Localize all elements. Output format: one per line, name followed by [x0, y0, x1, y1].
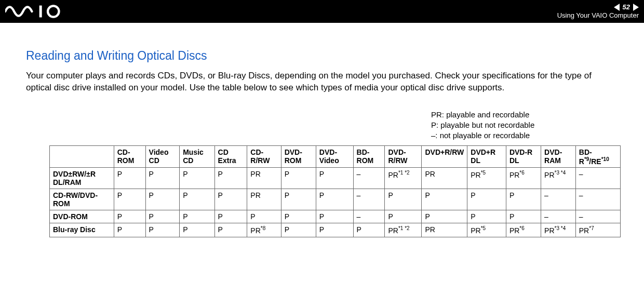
cell: – — [353, 210, 385, 223]
cell: P — [180, 189, 214, 210]
cell: P — [114, 189, 145, 210]
cell: P — [180, 210, 214, 223]
cell: P — [467, 210, 506, 223]
legend-line: PR: playable and recordable — [431, 110, 623, 120]
row-label: DVD±RW/±R DL/RAM — [50, 168, 114, 189]
page-nav: 52 — [614, 3, 639, 11]
cell: PR — [422, 168, 467, 189]
cell: PR — [247, 189, 281, 210]
col-header: BD-R*9/RE*10 — [575, 145, 620, 168]
cell: PR*6 — [506, 168, 541, 189]
cell: – — [541, 189, 576, 210]
col-header: DVD-R DL — [506, 145, 541, 168]
cell: P — [114, 223, 145, 237]
table-row: CD-RW/DVD-ROM P P P P PR P P – P P P P –… — [50, 189, 621, 210]
legend: PR: playable and recordable P: playable … — [431, 110, 623, 141]
intro-paragraph: Your computer plays and records CDs, DVD… — [26, 70, 618, 94]
cell: PR*1 *2 — [385, 168, 422, 189]
table-row: DVD-ROM P P P P P P P – P P P P – – — [50, 210, 621, 223]
row-label: CD-RW/DVD-ROM — [50, 189, 114, 210]
content: Reading and Writing Optical Discs Your c… — [0, 23, 644, 237]
cell: P — [467, 189, 506, 210]
cell: P — [180, 223, 214, 237]
cell: P — [214, 210, 247, 223]
page-title: Reading and Writing Optical Discs — [26, 49, 623, 63]
row-label: Blu-ray Disc — [50, 223, 114, 237]
col-header: DVD+R DL — [467, 145, 506, 168]
col-header: DVD+R/RW — [422, 145, 467, 168]
cell: PR*5 — [467, 168, 506, 189]
cell: PR*7 — [575, 223, 620, 237]
cell: – — [575, 189, 620, 210]
cell: P — [506, 189, 541, 210]
col-header: BD-ROM — [353, 145, 385, 168]
col-header: DVD-ROM — [281, 145, 316, 168]
cell: P — [214, 168, 247, 189]
cell: P — [281, 189, 316, 210]
cell: PR*3 *4 — [541, 168, 576, 189]
cell: P — [214, 189, 247, 210]
table-row: DVD±RW/±R DL/RAM P P P P PR P P – PR*1 *… — [50, 168, 621, 189]
cell: P — [316, 223, 353, 237]
cell: P — [281, 168, 316, 189]
cell: – — [575, 168, 620, 189]
cell: P — [353, 223, 385, 237]
cell: P — [422, 210, 467, 223]
legend-line: –: not playable or recordable — [431, 130, 623, 141]
empty-header — [50, 145, 114, 168]
table-row: Blu-ray Disc P P P P PR*8 P P P PR*1 *2 … — [50, 223, 621, 237]
col-header: DVD-R/RW — [385, 145, 422, 168]
col-header: DVD-Video — [316, 145, 353, 168]
col-header: DVD-RAM — [541, 145, 576, 168]
cell: P — [114, 168, 145, 189]
cell: – — [353, 189, 385, 210]
cell: PR*1 *2 — [385, 223, 422, 237]
cell: P — [145, 189, 180, 210]
col-header: Video CD — [145, 145, 180, 168]
section-label: Using Your VAIO Computer — [557, 11, 639, 20]
svg-point-1 — [48, 6, 59, 17]
cell: P — [316, 168, 353, 189]
cell: PR*3 *4 — [541, 223, 576, 237]
col-header: CD-R/RW — [247, 145, 281, 168]
cell: P — [422, 189, 467, 210]
cell: PR*6 — [506, 223, 541, 237]
cell: – — [575, 210, 620, 223]
cell: PR*8 — [247, 223, 281, 237]
cell: P — [247, 210, 281, 223]
col-header: CD Extra — [214, 145, 247, 168]
cell: P — [506, 210, 541, 223]
cell: P — [145, 223, 180, 237]
header-right: 52 Using Your VAIO Computer — [557, 3, 639, 19]
cell: P — [385, 210, 422, 223]
cell: P — [385, 189, 422, 210]
svg-rect-0 — [39, 6, 42, 18]
cell: P — [214, 223, 247, 237]
cell: P — [316, 210, 353, 223]
row-label: DVD-ROM — [50, 210, 114, 223]
vaio-logo-svg — [5, 5, 68, 18]
cell: P — [316, 189, 353, 210]
cell: PR*5 — [467, 223, 506, 237]
vaio-logo — [5, 5, 68, 18]
col-header: Music CD — [180, 145, 214, 168]
cell: – — [541, 210, 576, 223]
legend-line: P: playable but not recordable — [431, 120, 623, 130]
cell: P — [145, 210, 180, 223]
col-header: CD-ROM — [114, 145, 145, 168]
cell: P — [180, 168, 214, 189]
cell: PR — [422, 223, 467, 237]
nav-next-icon[interactable] — [633, 4, 639, 11]
cell: – — [353, 168, 385, 189]
cell: P — [145, 168, 180, 189]
disc-support-table: CD-ROM Video CD Music CD CD Extra CD-R/R… — [49, 145, 621, 237]
page-number: 52 — [623, 3, 630, 11]
cell: P — [281, 210, 316, 223]
cell: P — [281, 223, 316, 237]
nav-prev-icon[interactable] — [614, 4, 620, 11]
topbar: 52 Using Your VAIO Computer — [0, 0, 644, 23]
cell: P — [114, 210, 145, 223]
table-header-row: CD-ROM Video CD Music CD CD Extra CD-R/R… — [50, 145, 621, 168]
cell: PR — [247, 168, 281, 189]
